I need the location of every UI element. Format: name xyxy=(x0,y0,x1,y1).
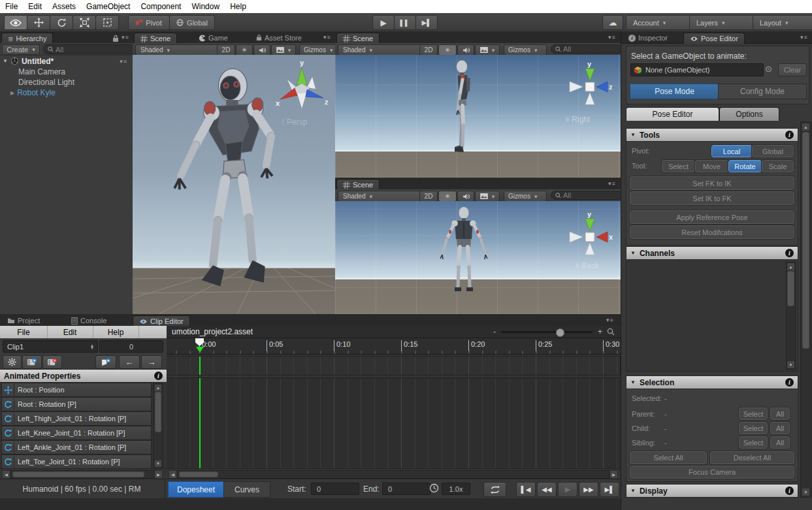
tools-section-header[interactable]: ▼ Tools i xyxy=(626,128,798,142)
pivot-toggle-button[interactable]: Pivot xyxy=(128,15,170,30)
scrollbar-thumb[interactable] xyxy=(787,271,794,306)
global-toggle-button[interactable]: Global xyxy=(169,15,215,30)
scene-search-input[interactable]: All xyxy=(551,191,623,200)
info-icon[interactable]: i xyxy=(785,486,794,495)
collapse-icon[interactable]: ▼ xyxy=(630,379,636,385)
timeline-ruler[interactable]: 0:00 0:05 0:10 0:15 0:20 0:25 0:30 xyxy=(167,338,621,355)
axis-x-cone[interactable] xyxy=(596,232,608,242)
axis-y-cone[interactable] xyxy=(297,68,307,85)
scene-gizmo-back[interactable]: y x xyxy=(560,210,613,263)
config-mode-button[interactable]: Config Mode xyxy=(718,84,807,99)
panel-menu-icon[interactable]: ▾≡ xyxy=(800,34,808,40)
gizmos-dropdown[interactable]: Gizmos xyxy=(299,44,338,56)
scene-back-viewport[interactable]: y x ≡ Back xyxy=(335,201,621,314)
panel-menu-icon[interactable]: ▾≡ xyxy=(608,34,616,40)
subtab-options[interactable]: Options xyxy=(719,107,779,121)
hierarchy-item-robot-kyle[interactable]: ▶ Robot Kyle xyxy=(0,88,133,98)
playback-speed-field[interactable]: 1.0x xyxy=(442,483,470,495)
tab-clip-editor[interactable]: Clip Editor xyxy=(133,315,190,327)
inspector-scrollbar[interactable]: ▲ ▼ xyxy=(800,121,811,498)
view-mode-label[interactable]: ⟨ Persp xyxy=(282,118,307,127)
dopesheet-grid[interactable] xyxy=(167,377,621,469)
zoom-slider-thumb[interactable] xyxy=(556,328,564,337)
axis-z-cone[interactable] xyxy=(306,89,323,98)
axis-y-cone[interactable] xyxy=(585,69,594,81)
scene-gizmo-persp[interactable]: y x z xyxy=(274,59,330,124)
frame-number-field[interactable]: 0 xyxy=(99,340,163,353)
lighting-toggle[interactable]: ☀ xyxy=(438,44,457,56)
property-row[interactable]: Left_Thigh_Joint_01 : Rotation [P] xyxy=(1,411,152,426)
tool-select-button[interactable]: Select xyxy=(662,160,695,172)
deselect-all-button[interactable]: Deselect All xyxy=(710,451,794,464)
audio-toggle[interactable] xyxy=(457,191,474,202)
foldout-closed-icon[interactable]: ▶ xyxy=(10,90,14,96)
hierarchy-item-main-camera[interactable]: Main Camera xyxy=(0,67,133,77)
info-icon[interactable]: i xyxy=(154,372,163,380)
scale-tool-button[interactable] xyxy=(73,15,96,30)
view-tool-button[interactable] xyxy=(4,15,27,30)
scroll-down-icon[interactable]: ▼ xyxy=(787,360,795,369)
collapse-icon[interactable]: ▼ xyxy=(630,488,636,494)
property-row[interactable]: Left_Toe_Joint_01 : Rotation [P] xyxy=(1,454,152,469)
2d-toggle[interactable]: 2D xyxy=(217,44,235,56)
zoom-in-label[interactable]: + xyxy=(598,327,602,336)
collapse-icon[interactable]: ▼ xyxy=(630,250,636,256)
child-select-button[interactable]: Select xyxy=(739,422,768,434)
account-dropdown[interactable]: Account xyxy=(626,15,691,30)
gizmos-dropdown[interactable]: Gizmos xyxy=(504,44,547,56)
loop-toggle-button[interactable] xyxy=(483,482,506,497)
effects-dropdown[interactable] xyxy=(475,44,500,56)
panel-menu-icon[interactable]: ▾≡ xyxy=(323,34,331,40)
2d-toggle[interactable]: 2D xyxy=(419,191,438,202)
property-row[interactable]: Left_Knee_Joint_01 : Rotation [P] xyxy=(1,426,152,440)
axis-x-cone[interactable] xyxy=(280,88,297,99)
layers-dropdown[interactable]: Layers xyxy=(689,15,755,30)
lighting-toggle[interactable]: ☀ xyxy=(236,44,253,56)
effects-dropdown[interactable] xyxy=(271,44,296,56)
clip-menu-help[interactable]: Help xyxy=(93,326,139,338)
playhead-line[interactable] xyxy=(199,378,201,469)
clear-button[interactable]: Clear xyxy=(778,63,807,76)
panel-menu-icon[interactable]: ▾≡ xyxy=(122,34,129,40)
zoom-out-label[interactable]: - xyxy=(493,327,496,336)
tab-scene-main[interactable]: Scene xyxy=(134,33,177,44)
focus-camera-button[interactable]: Focus Camera xyxy=(630,466,794,479)
tab-hierarchy[interactable]: ≣ Hierarchy xyxy=(1,33,53,44)
rotate-tool-button[interactable] xyxy=(50,15,73,30)
property-row[interactable]: Root : Rotation [P] xyxy=(1,397,152,411)
fast-forward-button[interactable]: ▶▶ xyxy=(579,482,598,497)
end-field[interactable]: 0 xyxy=(382,483,430,495)
create-dropdown[interactable]: Create xyxy=(2,44,40,55)
set-fk-to-ik-button[interactable]: Set FK to IK xyxy=(630,176,794,190)
tab-inspector[interactable]: i Inspector xyxy=(623,33,674,43)
2d-toggle[interactable]: 2D xyxy=(419,44,438,56)
menu-assets[interactable]: Assets xyxy=(47,2,81,11)
shaded-dropdown[interactable]: Shaded xyxy=(338,191,422,202)
robot-kyle-back[interactable] xyxy=(438,206,490,302)
property-row[interactable]: Root : Position xyxy=(1,383,152,397)
pose-mode-button[interactable]: Pose Mode xyxy=(630,84,719,99)
object-picker-icon[interactable]: ⊙ xyxy=(765,64,772,74)
lock-icon[interactable] xyxy=(112,35,119,42)
scene-right-viewport[interactable]: y z ≡ Right xyxy=(335,55,621,178)
foldout-open-icon[interactable]: ▼ xyxy=(3,58,8,64)
scroll-up-icon[interactable]: ▲ xyxy=(154,384,162,392)
dopesheet-tab-button[interactable]: Dopesheet xyxy=(168,481,224,498)
menu-edit[interactable]: Edit xyxy=(23,2,47,11)
rewind-button[interactable]: ◀◀ xyxy=(537,482,557,497)
clip-menu-edit[interactable]: Edit xyxy=(47,326,93,338)
properties-hscroll-thumb[interactable] xyxy=(12,471,144,477)
properties-scrollbar[interactable]: ▲ ▼ xyxy=(153,383,163,469)
scroll-left-icon[interactable]: ◀ xyxy=(2,470,10,479)
info-icon[interactable]: i xyxy=(785,249,794,257)
rect-tool-button[interactable] xyxy=(95,15,119,30)
cloud-button[interactable]: ☁ xyxy=(602,15,623,30)
subtab-pose-editor[interactable]: Pose Editor xyxy=(626,107,719,121)
scroll-left-icon[interactable]: ◀ xyxy=(169,470,177,479)
view-mode-label[interactable]: ≡ Right xyxy=(565,115,590,124)
start-field[interactable]: 0 xyxy=(311,483,359,495)
scroll-up-icon[interactable]: ▲ xyxy=(787,263,795,271)
robot-kyle-side[interactable] xyxy=(448,59,479,165)
audio-toggle[interactable] xyxy=(457,44,474,56)
info-icon[interactable]: i xyxy=(785,131,794,139)
